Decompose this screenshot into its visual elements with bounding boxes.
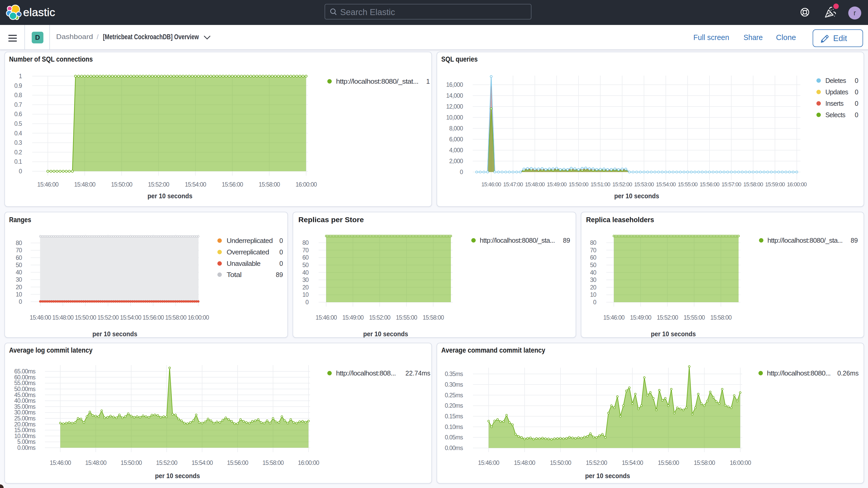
svg-text:30: 30 — [16, 276, 22, 283]
svg-text:15:56:00: 15:56:00 — [222, 181, 243, 188]
svg-text:10: 10 — [16, 291, 22, 298]
svg-text:0.1: 0.1 — [14, 158, 22, 165]
svg-text:80: 80 — [16, 240, 22, 246]
svg-text:per 10 seconds: per 10 seconds — [651, 330, 696, 338]
svg-text:Selects: Selects — [826, 111, 845, 119]
svg-text:0.26ms: 0.26ms — [837, 369, 859, 377]
svg-text:15:53:00: 15:53:00 — [634, 181, 654, 188]
svg-text:15:49:00: 15:49:00 — [342, 314, 364, 321]
svg-text:15:50:00: 15:50:00 — [75, 314, 96, 321]
svg-text:15:52:00: 15:52:00 — [586, 459, 607, 466]
svg-text:0: 0 — [460, 169, 463, 175]
svg-text:10: 10 — [590, 291, 596, 298]
svg-text:16:00:00: 16:00:00 — [730, 459, 751, 466]
svg-text:0.05ms: 0.05ms — [445, 434, 463, 441]
svg-text:15:54:00: 15:54:00 — [120, 314, 142, 321]
svg-text:Ranges: Ranges — [9, 216, 31, 224]
svg-text:15:56:00: 15:56:00 — [143, 314, 164, 321]
svg-text:12,000: 12,000 — [446, 103, 463, 110]
svg-text:per 10 seconds: per 10 seconds — [155, 472, 200, 480]
svg-text:0.7: 0.7 — [14, 101, 22, 108]
svg-text:70: 70 — [302, 247, 308, 254]
svg-text:1: 1 — [426, 78, 430, 85]
svg-text:16:00:00: 16:00:00 — [787, 181, 807, 188]
svg-text:15:50:00: 15:50:00 — [569, 181, 589, 188]
svg-text:/: / — [97, 33, 99, 41]
svg-text:15:46:00: 15:46:00 — [481, 181, 501, 188]
svg-text:15:48:00: 15:48:00 — [514, 459, 535, 466]
svg-text:20: 20 — [16, 284, 22, 291]
svg-text:Dashboard: Dashboard — [56, 33, 93, 40]
svg-text:22.74ms: 22.74ms — [405, 369, 430, 377]
svg-text:10,000: 10,000 — [446, 114, 463, 121]
svg-text:40: 40 — [302, 269, 308, 276]
svg-text:15:58:00: 15:58:00 — [423, 314, 444, 321]
svg-text:80: 80 — [302, 239, 308, 246]
svg-text:0: 0 — [855, 100, 858, 107]
svg-text:Underreplicated: Underreplicated — [227, 237, 273, 244]
svg-text:Replica leaseholders: Replica leaseholders — [586, 216, 654, 224]
svg-text:0.9: 0.9 — [14, 82, 22, 89]
svg-text:40: 40 — [16, 269, 22, 276]
svg-text:15:46:00: 15:46:00 — [30, 314, 51, 321]
svg-text:0: 0 — [19, 298, 22, 305]
svg-text:15:51:00: 15:51:00 — [590, 181, 611, 188]
svg-text:16:00:00: 16:00:00 — [296, 181, 317, 188]
svg-text:80: 80 — [590, 239, 596, 246]
svg-text:0.10ms: 0.10ms — [445, 424, 463, 430]
svg-text:15:52:00: 15:52:00 — [612, 181, 632, 188]
svg-text:per 10 seconds: per 10 seconds — [93, 330, 137, 338]
svg-text:http://localhost:8080...: http://localhost:8080... — [767, 369, 831, 377]
svg-text:8,000: 8,000 — [449, 125, 463, 132]
svg-text:20: 20 — [302, 284, 308, 291]
svg-text:16:00:00: 16:00:00 — [298, 459, 319, 466]
svg-text:60: 60 — [16, 254, 22, 261]
svg-text:15:47:00: 15:47:00 — [503, 181, 523, 188]
svg-text:0: 0 — [279, 248, 283, 256]
svg-text:15:50:00: 15:50:00 — [550, 459, 571, 466]
svg-text:0: 0 — [305, 299, 308, 306]
svg-text:15:54:00: 15:54:00 — [622, 459, 643, 466]
svg-text:15:56:00: 15:56:00 — [658, 459, 679, 466]
svg-text:0: 0 — [279, 260, 283, 267]
svg-text:0.00ms: 0.00ms — [18, 444, 36, 451]
svg-text:15:48:00: 15:48:00 — [52, 314, 73, 321]
svg-text:89: 89 — [276, 271, 283, 278]
svg-text:0.4: 0.4 — [14, 130, 22, 137]
svg-text:Deletes: Deletes — [826, 77, 846, 84]
svg-text:Unavailable: Unavailable — [227, 260, 260, 267]
svg-text:6,000: 6,000 — [449, 136, 463, 143]
svg-text:15:52:00: 15:52:00 — [97, 314, 119, 321]
svg-text:15:46:00: 15:46:00 — [478, 459, 499, 466]
svg-text:Clone: Clone — [776, 33, 796, 41]
svg-text:Updates: Updates — [826, 88, 848, 96]
svg-text:15:52:00: 15:52:00 — [156, 459, 178, 466]
svg-text:2,000: 2,000 — [449, 158, 463, 164]
svg-text:Replicas per Store: Replicas per Store — [298, 216, 364, 224]
svg-text:20: 20 — [590, 284, 596, 291]
svg-text:60: 60 — [590, 254, 596, 261]
svg-text:Inserts: Inserts — [826, 100, 844, 107]
svg-text:0: 0 — [279, 237, 283, 244]
svg-text:0.5: 0.5 — [14, 120, 22, 127]
svg-text:50: 50 — [16, 262, 22, 268]
svg-text:15:58:00: 15:58:00 — [694, 459, 715, 466]
svg-text:15:46:00: 15:46:00 — [315, 314, 337, 321]
svg-text:15:59:00: 15:59:00 — [765, 181, 785, 188]
svg-text:per 10 seconds: per 10 seconds — [363, 330, 408, 338]
svg-text:0.00ms: 0.00ms — [445, 445, 463, 451]
svg-text:0: 0 — [19, 168, 22, 175]
svg-text:0: 0 — [855, 77, 858, 84]
svg-text:Full screen: Full screen — [693, 33, 729, 41]
svg-text:Average command commit latency: Average command commit latency — [441, 346, 545, 354]
svg-text:4,000: 4,000 — [449, 147, 463, 154]
svg-text:15:49:00: 15:49:00 — [630, 314, 651, 321]
svg-text:15:58:00: 15:58:00 — [710, 314, 732, 321]
svg-text:30: 30 — [302, 276, 308, 283]
svg-text:http://localhost:8080/_sta...: http://localhost:8080/_sta... — [768, 237, 842, 244]
svg-text:0.35ms: 0.35ms — [445, 370, 463, 377]
svg-text:50: 50 — [590, 262, 596, 268]
svg-text:60: 60 — [302, 254, 308, 261]
svg-text:16:00:00: 16:00:00 — [188, 314, 209, 321]
svg-text:14,000: 14,000 — [446, 92, 463, 99]
